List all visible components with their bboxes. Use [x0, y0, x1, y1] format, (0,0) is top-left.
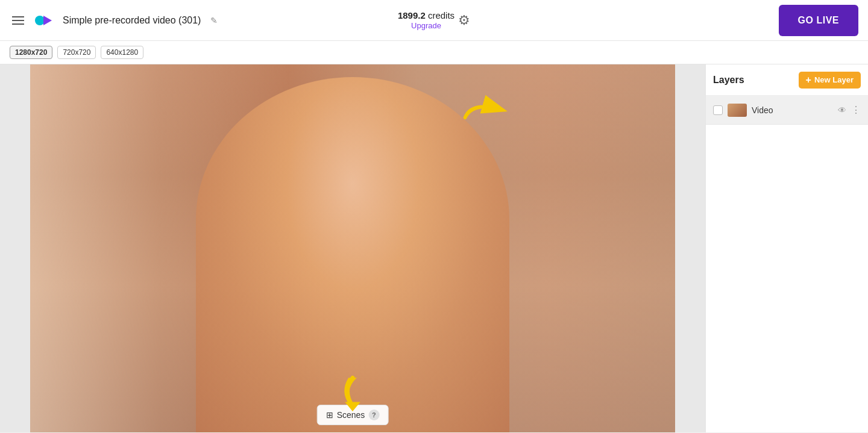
- credits-block: 1899.2 credits Upgrade: [398, 10, 454, 30]
- upgrade-link[interactable]: Upgrade: [398, 21, 454, 30]
- layer-thumbnail: [728, 104, 747, 117]
- scenes-button[interactable]: ⊞ Scenes ?: [317, 405, 389, 425]
- resolution-720x720[interactable]: 720x720: [57, 46, 96, 59]
- resolution-bar: 1280x720 720x720 640x1280: [0, 41, 868, 64]
- scenes-label: Scenes: [337, 410, 365, 420]
- settings-icon[interactable]: ⚙: [458, 13, 470, 28]
- header-right: GO LIVE: [779, 5, 858, 36]
- panel-title: Layers: [713, 75, 744, 86]
- resolution-1280x720[interactable]: 1280x720: [10, 46, 52, 59]
- canvas-area: ⊞ Scenes ?: [0, 64, 705, 432]
- header-left: Simple pre-recorded video (301) ✎: [10, 10, 779, 31]
- svg-marker-1: [43, 16, 52, 25]
- scenes-icon: ⊞: [326, 410, 333, 420]
- video-preview: ⊞ Scenes ?: [30, 64, 675, 432]
- layer-checkbox[interactable]: [713, 105, 723, 115]
- go-live-button[interactable]: GO LIVE: [779, 5, 858, 36]
- scenes-help-icon[interactable]: ?: [368, 410, 379, 420]
- resolution-640x1280[interactable]: 640x1280: [101, 46, 143, 59]
- svg-point-0: [35, 16, 45, 25]
- app-logo: [34, 10, 55, 31]
- person-overlay: [196, 77, 509, 432]
- app-title: Simple pre-recorded video (301): [63, 15, 201, 26]
- new-layer-label: New Layer: [814, 75, 854, 84]
- layer-item[interactable]: Video 👁 ⋮: [706, 96, 868, 125]
- edit-title-icon[interactable]: ✎: [210, 16, 218, 25]
- layer-more-icon[interactable]: ⋮: [851, 104, 861, 116]
- credits-text: 1899.2 credits: [398, 10, 454, 21]
- hamburger-icon[interactable]: [10, 14, 27, 27]
- header-center: 1899.2 credits Upgrade ⚙: [398, 10, 470, 30]
- panel-header: Layers + New Layer: [706, 64, 868, 96]
- layer-visibility-icon[interactable]: 👁: [838, 105, 846, 115]
- header: Simple pre-recorded video (301) ✎ 1899.2…: [0, 0, 868, 41]
- plus-icon: +: [806, 75, 811, 85]
- layer-name: Video: [752, 105, 833, 115]
- credits-amount: 1899.2 credits: [398, 10, 454, 20]
- new-layer-button[interactable]: + New Layer: [799, 72, 861, 89]
- right-panel: Layers + New Layer Video 👁 ⋮: [705, 64, 868, 432]
- main-area: ⊞ Scenes ? Layers + New Layer Video 👁 ⋮: [0, 64, 868, 432]
